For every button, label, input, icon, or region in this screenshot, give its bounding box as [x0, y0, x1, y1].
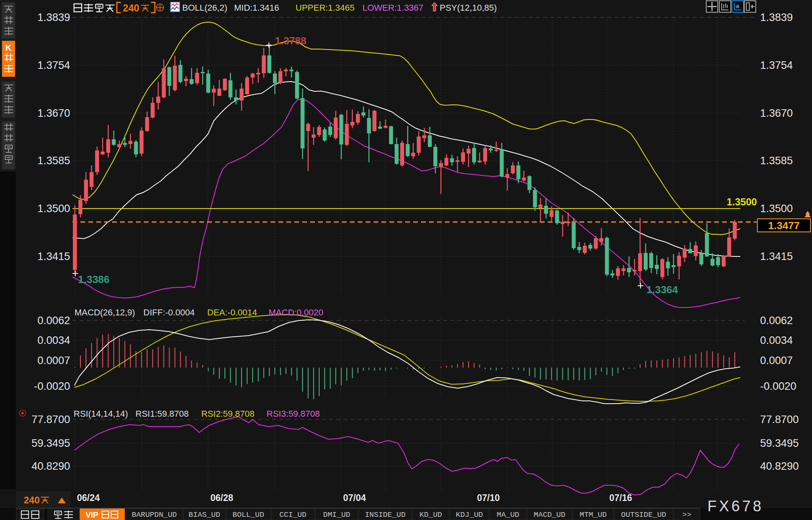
svg-text:RSI(14,14,14): RSI(14,14,14): [74, 409, 128, 419]
svg-text:FX678: FX678: [707, 498, 764, 514]
svg-text:1.3415: 1.3415: [37, 251, 70, 262]
svg-text:1.3839: 1.3839: [37, 11, 70, 23]
svg-text:240: 240: [24, 495, 40, 505]
svg-text:CCI_UD: CCI_UD: [279, 511, 306, 519]
svg-text:DEA:-0.0014: DEA:-0.0014: [207, 307, 257, 317]
svg-text:1.3500: 1.3500: [37, 203, 70, 214]
svg-text:MACD_UD: MACD_UD: [534, 511, 566, 519]
svg-text:240: 240: [123, 2, 139, 13]
svg-text:K: K: [6, 43, 12, 53]
svg-text:-0.0020: -0.0020: [34, 380, 70, 392]
svg-text:-0.0020: -0.0020: [760, 380, 797, 392]
svg-text:1.3585: 1.3585: [37, 155, 70, 167]
svg-text:BARUPDN_UD: BARUPDN_UD: [132, 511, 177, 519]
svg-text:1.3788: 1.3788: [275, 35, 307, 47]
svg-text:40.8290: 40.8290: [760, 460, 799, 472]
svg-text:0.0062: 0.0062: [760, 315, 793, 326]
svg-text:1.3500: 1.3500: [760, 203, 793, 214]
svg-text:1.3670: 1.3670: [760, 107, 793, 119]
svg-text:40.8290: 40.8290: [31, 460, 70, 472]
svg-text:MACD:0.0020: MACD:0.0020: [269, 307, 323, 317]
svg-text:59.3495: 59.3495: [760, 437, 799, 449]
svg-text:OUTSIDE_UD: OUTSIDE_UD: [621, 511, 666, 519]
svg-text:0.0007: 0.0007: [37, 355, 70, 366]
svg-text:KD_UD: KD_UD: [419, 511, 442, 519]
svg-text:MID:1.3416: MID:1.3416: [234, 3, 279, 13]
svg-text:1.3754: 1.3754: [37, 59, 70, 71]
svg-text:59.3495: 59.3495: [31, 437, 70, 449]
svg-text:1.3364: 1.3364: [646, 284, 678, 296]
svg-text:1.3500: 1.3500: [727, 196, 757, 207]
svg-text:1.3670: 1.3670: [37, 107, 70, 119]
svg-text:DMI_UD: DMI_UD: [323, 511, 350, 519]
svg-text:INSIDE_UD: INSIDE_UD: [365, 511, 406, 519]
svg-text:0.0034: 0.0034: [760, 334, 793, 346]
svg-text:RSI1:59.8708: RSI1:59.8708: [135, 409, 189, 419]
svg-text:77.8700: 77.8700: [31, 414, 70, 425]
svg-text:1.3585: 1.3585: [760, 155, 793, 167]
svg-text:LOWER:1.3367: LOWER:1.3367: [362, 3, 423, 13]
svg-text:06/28: 06/28: [210, 493, 233, 503]
svg-text:DIFF:-0.0004: DIFF:-0.0004: [143, 307, 195, 317]
svg-text:1.3477: 1.3477: [768, 220, 800, 232]
svg-text:RSI2:59.8708: RSI2:59.8708: [201, 409, 255, 419]
svg-text:VIP: VIP: [86, 511, 98, 519]
svg-text:>>: >>: [682, 511, 692, 519]
svg-text:UPPER:1.3465: UPPER:1.3465: [295, 3, 355, 13]
svg-text:BOLL_UD: BOLL_UD: [233, 511, 264, 519]
svg-text:BOLL(26,2): BOLL(26,2): [182, 3, 227, 13]
svg-text:MTM_UD: MTM_UD: [579, 511, 606, 519]
svg-text:07/16: 07/16: [609, 493, 632, 503]
svg-text:06/24: 06/24: [77, 493, 100, 503]
svg-text:1.3386: 1.3386: [78, 273, 110, 285]
svg-text:0.0034: 0.0034: [37, 334, 70, 346]
svg-text:0.0007: 0.0007: [760, 355, 793, 366]
svg-text:77.8700: 77.8700: [760, 414, 799, 425]
svg-text:KDJ_UD: KDJ_UD: [456, 511, 483, 519]
svg-text:MACD(26,12,9): MACD(26,12,9): [74, 307, 135, 317]
svg-text:1.3754: 1.3754: [760, 59, 793, 71]
svg-text:0.0062: 0.0062: [37, 315, 70, 326]
svg-text:PSY(12,10,85): PSY(12,10,85): [440, 3, 497, 13]
svg-text:07/10: 07/10: [477, 493, 500, 503]
svg-text:BIAS_UD: BIAS_UD: [189, 511, 220, 519]
svg-text:1.3415: 1.3415: [760, 251, 793, 262]
svg-text:07/04: 07/04: [343, 493, 366, 503]
svg-text:RSI3:59.8708: RSI3:59.8708: [267, 409, 320, 419]
svg-text:1.3839: 1.3839: [760, 11, 793, 23]
svg-text:MA_UD: MA_UD: [497, 511, 519, 519]
